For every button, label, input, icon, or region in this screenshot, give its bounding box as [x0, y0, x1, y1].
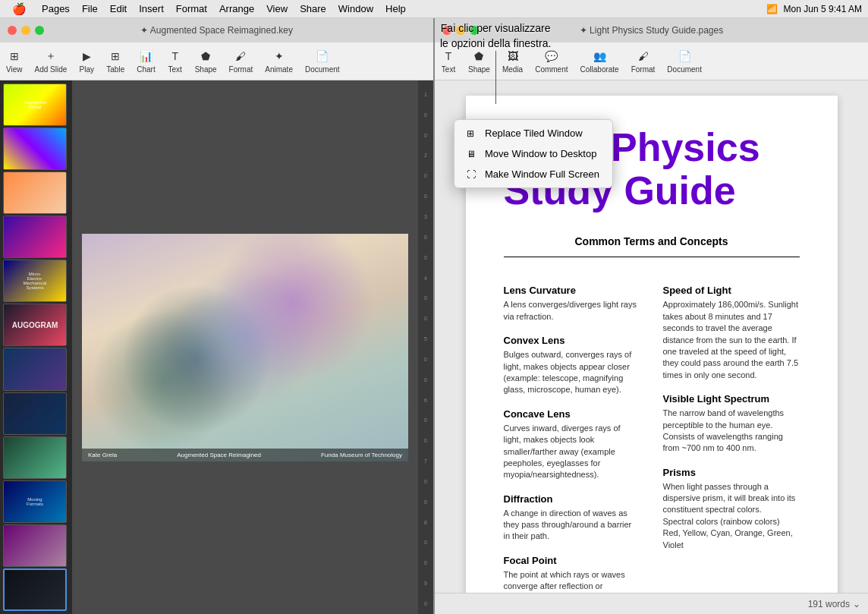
num-26: 0 [424, 594, 427, 614]
slide-thumb-1[interactable]: AugmentedVirtual [3, 83, 67, 126]
pages-close-button[interactable] [442, 26, 451, 35]
menu-window[interactable]: Window [332, 3, 379, 14]
num-2: 0 [424, 105, 427, 125]
menu-share[interactable]: Share [294, 3, 332, 14]
toolbar-text[interactable]: T Text [168, 49, 183, 74]
slide-panel[interactable]: AugmentedVirtual Micro-Electro-Mechanica… [0, 80, 72, 614]
replace-tiled-window-item[interactable]: ⊞ Replace Tiled Window [454, 123, 612, 143]
num-22: 8 [424, 512, 427, 533]
caption-left: Kate Grela [88, 452, 117, 458]
traffic-lights [8, 26, 44, 35]
slide-thumb-7[interactable] [3, 348, 67, 390]
word-count-chevron[interactable]: ⌄ [853, 599, 860, 609]
menu-insert[interactable]: Insert [133, 3, 170, 14]
toolbar-shape-pages[interactable]: ⬟ Shape [468, 49, 490, 74]
text-icon: T [168, 49, 183, 64]
toolbar-text-label: Text [168, 65, 182, 74]
slide-thumb-10[interactable]: MovingFormats [3, 480, 67, 523]
slide-thumb-3[interactable] [3, 172, 67, 214]
toolbar-media-pages[interactable]: 🖼 Media [502, 49, 523, 74]
fullscreen-icon: ⛶ [467, 169, 479, 180]
document-icon: 📄 [315, 49, 330, 64]
word-count: 191 words [808, 599, 850, 609]
toolbar-view[interactable]: ⊞ View [6, 49, 23, 74]
doc-col-right: Speed of Light Approximately 186,000mi/s… [663, 272, 800, 593]
caption-right: Funda Museum of Technology [321, 452, 402, 458]
menu-pages[interactable]: Pages [36, 3, 76, 14]
num-12: 0 [424, 308, 427, 329]
pages-traffic-lights [442, 26, 479, 35]
close-button[interactable] [8, 26, 17, 35]
menu-edit[interactable]: Edit [104, 3, 133, 14]
pages-minimize-button[interactable] [456, 26, 465, 35]
menu-view[interactable]: View [260, 3, 294, 14]
slide-thumb-6[interactable]: AUGOGRAM [3, 304, 67, 346]
num-14: 0 [424, 349, 427, 370]
make-fullscreen-label: Make Window Full Screen [485, 168, 599, 180]
toolbar-animate[interactable]: ✦ Animate [265, 49, 293, 74]
toolbar-chart[interactable]: 📊 Chart [137, 49, 155, 74]
toolbar-table[interactable]: ⊞ Table [106, 49, 124, 74]
slide-5-label: Micro-Electro-MechanicalSystems [22, 270, 48, 291]
toolbar-format-pages-label: Format [631, 65, 656, 74]
toolbar-format[interactable]: 🖌 Format [229, 49, 253, 74]
replace-tiled-label: Replace Tiled Window [485, 128, 583, 139]
slide-thumb-2[interactable] [3, 128, 67, 170]
shape-pages-icon: ⬟ [471, 49, 486, 64]
toolbar-shape-label: Shape [195, 65, 217, 74]
term-visible-desc: The narrow band of wavelengths perceptib… [663, 408, 800, 455]
menu-file[interactable]: File [76, 3, 104, 14]
move-window-desktop-item[interactable]: 🖥 Move Window to Desktop [454, 143, 612, 164]
slide-thumb-4[interactable] [3, 216, 67, 258]
term-focal-desc: The point at which rays or waves converg… [504, 569, 640, 593]
shape-icon: ⬟ [198, 49, 213, 64]
num-4: 2 [424, 146, 427, 166]
maximize-button[interactable] [35, 26, 44, 35]
doc-columns: Lens Curvature A lens converges/diverges… [504, 272, 800, 593]
num-21: 0 [424, 492, 427, 512]
term-prisms-title: Prisms [663, 467, 800, 478]
toolbar-format-pages[interactable]: 🖌 Format [631, 49, 656, 74]
document-pages-icon: 📄 [677, 49, 692, 64]
term-diffraction-title: Diffraction [504, 493, 640, 505]
toolbar-shape[interactable]: ⬟ Shape [195, 49, 217, 74]
slide-thumb-9[interactable] [3, 436, 67, 479]
toolbar-comment-label: Comment [535, 65, 568, 74]
add-slide-icon: ＋ [43, 49, 58, 64]
minimize-button[interactable] [21, 26, 30, 35]
slide-thumb-12[interactable] [3, 568, 67, 611]
menu-help[interactable]: Help [379, 3, 412, 14]
toolbar-collaborate[interactable]: 👥 Collaborate [580, 49, 619, 74]
format-pages-icon: 🖌 [636, 49, 651, 64]
num-18: 0 [424, 430, 427, 451]
make-fullscreen-item[interactable]: ⛶ Make Window Full Screen [454, 164, 612, 184]
toolbar-comment-pages[interactable]: 💬 Comment [535, 49, 568, 74]
slide-10-label: MovingFormats [25, 496, 45, 508]
menu-arrange[interactable]: Arrange [213, 3, 260, 14]
num-15: 0 [424, 370, 427, 390]
term-focal-title: Focal Point [504, 555, 640, 566]
slide-thumb-11[interactable] [3, 524, 67, 567]
pages-toolbar: T Text ⬟ Shape 🖼 Media 💬 Comment 👥 Colla… [435, 43, 868, 80]
term-lens-curvature-title: Lens Curvature [504, 285, 640, 296]
status-bar: 191 words ⌄ [435, 593, 868, 614]
slide-thumb-8[interactable] [3, 392, 67, 435]
toolbar-document-pages[interactable]: 📄 Document [667, 49, 702, 74]
num-16: 6 [424, 390, 427, 411]
move-window-icon: 🖥 [467, 149, 479, 159]
pages-title: ✦ Light Physics Study Guide.pages [580, 25, 723, 36]
pages-titlebar: ✦ Light Physics Study Guide.pages [435, 18, 868, 43]
num-13: 5 [424, 329, 427, 349]
toolbar-play[interactable]: ▶ Play [79, 49, 94, 74]
datetime: Mon Jun 5 9:41 AM [784, 4, 862, 14]
slide-thumb-5[interactable]: Micro-Electro-MechanicalSystems [3, 260, 67, 302]
menu-format[interactable]: Format [170, 3, 213, 14]
num-11: 0 [424, 288, 427, 308]
toolbar-document[interactable]: 📄 Document [305, 49, 340, 74]
apple-menu[interactable]: 🍎 [6, 2, 33, 16]
toolbar-add-slide[interactable]: ＋ Add Slide [35, 49, 68, 74]
toolbar-text-pages[interactable]: T Text [441, 49, 456, 74]
term-lens-curvature-desc: A lens converges/diverges light rays via… [504, 299, 640, 323]
pages-maximize-button[interactable] [470, 26, 479, 35]
num-6: 0 [424, 186, 427, 206]
